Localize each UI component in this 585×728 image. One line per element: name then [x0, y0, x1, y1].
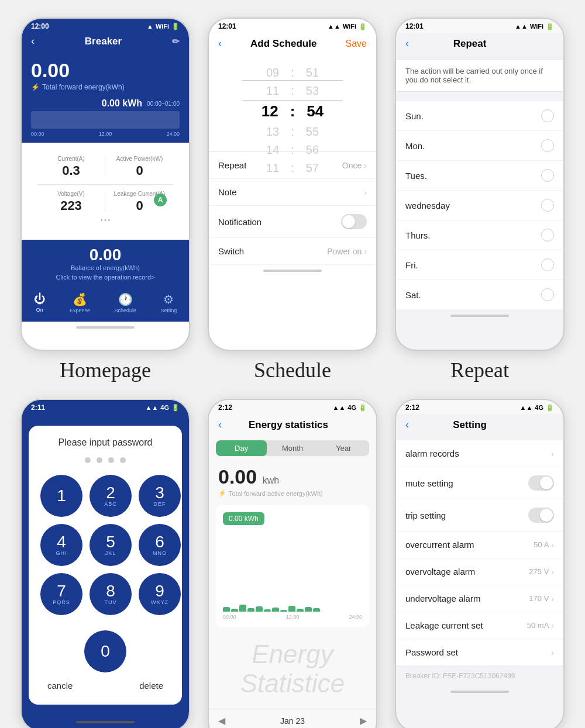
hp-edit-button[interactable]: ✏	[172, 36, 180, 47]
sch-save-button[interactable]: Save	[346, 39, 367, 49]
hp-voltage-label: Voltage(V)	[37, 191, 105, 197]
en-title: Energy statistics	[249, 419, 328, 431]
rep-day-sun[interactable]: Sun.	[396, 101, 563, 131]
en-tab-year[interactable]: Year	[318, 440, 369, 456]
hp-operation-link[interactable]: Click to view the operation record>	[31, 274, 180, 281]
sch-time-picker[interactable]: 09 : 51 11 : 53 12 : 54 13 : 55	[209, 54, 376, 148]
sch-back-button[interactable]: ‹	[218, 37, 222, 50]
en-tabs[interactable]: Day Month Year	[216, 440, 369, 456]
sch-time: 12:01	[218, 22, 236, 30]
rep-circle-sat[interactable]	[541, 288, 554, 301]
set-row-overcurrent[interactable]: overcurrent alarm 50 A ›	[396, 532, 563, 558]
en-tab-day[interactable]: Day	[216, 440, 267, 456]
set-status-bar: 2:12 ▲▲ 4G 🔋	[396, 400, 563, 414]
rep-day-fri[interactable]: Fri.	[396, 250, 563, 280]
en-next-button[interactable]: ▶	[360, 715, 367, 726]
schedule-label: Schedule	[254, 358, 331, 382]
pwd-key-9[interactable]: 9WXYZ	[139, 573, 181, 615]
set-list: alarm records › mute setting trip settin…	[396, 440, 563, 666]
rep-circle-thurs[interactable]	[541, 229, 554, 241]
hp-nav-on[interactable]: ⏻ On	[34, 292, 46, 313]
pwd-key-2[interactable]: 2ABC	[90, 475, 132, 517]
pwd-panel: Please input password 1 2ABC 3DEF 4GHI 5…	[29, 426, 182, 705]
set-time: 2:12	[405, 403, 419, 412]
pwd-delete-button[interactable]: delete	[139, 681, 163, 691]
hp-metrics-card: Current(A) 0.3 Active Power(kW) 0 Voltag…	[29, 147, 182, 235]
hp-balance-value: 0.00	[31, 246, 180, 264]
set-row-password[interactable]: Password set ›	[396, 639, 563, 666]
set-row-overvoltage[interactable]: overvoltage alarm 275 V ›	[396, 558, 563, 585]
en-bar-chart	[223, 530, 362, 612]
pwd-numpad: 1 2ABC 3DEF 4GHI 5JKL 6MNO 7PQRS 8TUV 9W…	[36, 475, 175, 615]
pwd-cancel-button[interactable]: cancle	[47, 681, 73, 691]
sch-note-row[interactable]: Note ›	[209, 179, 376, 206]
schedule-container: 12:01 ▲▲ WiFi 🔋 ‹ Add Schedule Save 09 :	[199, 12, 386, 393]
sch-note-label: Note	[218, 187, 237, 197]
set-row-trip-setting[interactable]: trip setting	[396, 499, 563, 532]
pwd-key-7[interactable]: 7PQRS	[40, 573, 82, 615]
set-row-leakage[interactable]: Leakage current set 50 mA ›	[396, 612, 563, 639]
rep-circle-wed[interactable]	[541, 199, 554, 212]
set-row-alarm-records[interactable]: alarm records ›	[396, 440, 563, 467]
en-tab-month[interactable]: Month	[267, 440, 318, 456]
hp-usage-kwh: 0.00 kWh	[102, 98, 142, 109]
rep-day-tues[interactable]: Tues.	[396, 161, 563, 191]
repeat-phone: 12:01 ▲▲ WiFi 🔋 ‹ Repeat The action will…	[395, 18, 565, 351]
rep-day-thurs[interactable]: Thurs.	[396, 220, 563, 250]
hp-back-button[interactable]: ‹	[31, 35, 35, 47]
set-row-mute-setting[interactable]: mute setting	[396, 467, 563, 499]
pwd-time: 2:11	[31, 403, 45, 412]
rep-day-sat[interactable]: Sat.	[396, 280, 563, 310]
pwd-key-8[interactable]: 8TUV	[90, 573, 132, 615]
hp-current-label: Current(A)	[37, 156, 105, 162]
setting-phone: 2:12 ▲▲ 4G 🔋 ‹ Setting alarm records ›	[395, 399, 565, 728]
hp-dots: • • •	[37, 217, 174, 223]
setting-container: 2:12 ▲▲ 4G 🔋 ‹ Setting alarm records ›	[386, 393, 573, 728]
pwd-key-5[interactable]: 5JKL	[90, 524, 132, 566]
energy-phone: 2:12 ▲▲ 4G 🔋 ‹ Energy statistics Day Mon…	[208, 399, 377, 728]
en-header: ‹ Energy statistics	[209, 414, 376, 436]
hp-nav-setting[interactable]: ⚙ Setting	[160, 292, 177, 313]
sch-notification-toggle[interactable]	[341, 214, 367, 229]
rep-back-button[interactable]: ‹	[405, 37, 409, 50]
pwd-key-6[interactable]: 6MNO	[139, 524, 181, 566]
sch-switch-row[interactable]: Switch Power on ›	[209, 238, 376, 265]
en-chart-labels: 00:00 12:00 24:00	[223, 614, 362, 620]
homepage-phone: 12:00 ▲ WiFi 🔋 ‹ Breaker ✏ 0.00 ⚡ Total …	[20, 18, 190, 351]
set-toggle-trip[interactable]	[528, 508, 554, 523]
homepage-container: 12:00 ▲ WiFi 🔋 ‹ Breaker ✏ 0.00 ⚡ Total …	[12, 12, 199, 393]
set-toggle-mute[interactable]	[528, 475, 554, 491]
pwd-key-1[interactable]: 1	[40, 475, 82, 517]
hp-usage-period: 00:00~01:00	[147, 101, 180, 107]
set-back-button[interactable]: ‹	[405, 419, 409, 431]
en-prev-button[interactable]: ◀	[218, 715, 225, 726]
rep-day-mon[interactable]: Mon.	[396, 131, 563, 161]
rep-circle-tues[interactable]	[541, 169, 554, 182]
pwd-dots	[36, 457, 175, 463]
rep-day-wed[interactable]: wednesday	[396, 191, 563, 220]
sch-status-bar: 12:01 ▲▲ WiFi 🔋	[209, 19, 376, 33]
hp-voltage-value: 223	[37, 198, 105, 213]
sch-notification-row[interactable]: Notification	[209, 206, 376, 238]
en-bar-label: 0.00 kWh	[223, 512, 264, 525]
pwd-key-3[interactable]: 3DEF	[139, 475, 181, 517]
pwd-key-4[interactable]: 4GHI	[40, 524, 82, 566]
en-back-button[interactable]: ‹	[218, 419, 222, 431]
rep-circle-fri[interactable]	[541, 258, 554, 271]
hp-nav-schedule[interactable]: 🕐 Schedule	[114, 292, 136, 313]
set-row-undervoltage[interactable]: undervoltage alarm 170 V ›	[396, 585, 563, 612]
hp-balance-label: Balance of energy(kWh)	[31, 264, 180, 271]
rep-circle-sun[interactable]	[541, 109, 554, 122]
pwd-key-0[interactable]: 0	[84, 630, 126, 672]
hp-energy-value: 0.00	[31, 59, 180, 82]
rep-header: ‹ Repeat	[396, 33, 563, 54]
hp-active-power-label: Active Power(kW)	[105, 156, 174, 162]
en-footer-date: Jan 23	[280, 716, 305, 726]
repeat-label: Repeat	[450, 358, 509, 382]
hp-current-metric: Current(A) 0.3	[37, 156, 105, 178]
rep-circle-mon[interactable]	[541, 139, 554, 152]
hp-nav-expense[interactable]: 💰 Expense	[70, 292, 90, 313]
en-unit: kwh	[263, 475, 279, 485]
password-container: 2:11 ▲▲ 4G 🔋 Please input password 1 2	[12, 393, 199, 728]
set-title: Setting	[453, 419, 487, 431]
